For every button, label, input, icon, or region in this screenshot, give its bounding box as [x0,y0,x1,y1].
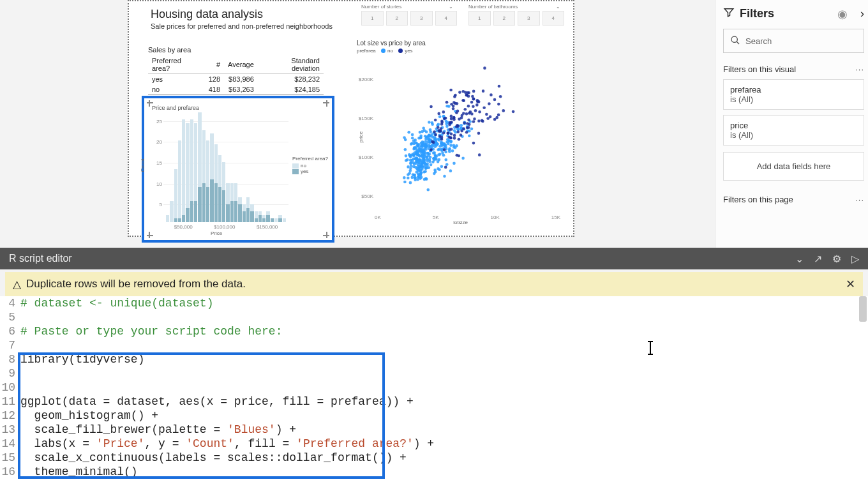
svg-point-353 [443,175,446,178]
filter-field: prefarea [730,85,857,94]
svg-point-376 [453,129,456,132]
slicer-option[interactable]: 2 [493,11,516,26]
svg-point-358 [405,159,408,162]
svg-point-297 [415,146,418,149]
svg-point-490 [458,117,461,121]
svg-point-440 [512,110,515,113]
histogram-visual[interactable]: Price and prefarea Count 25 20 15 10 5 $… [142,96,334,243]
svg-point-360 [420,142,423,145]
slicer-option[interactable]: 1 [468,11,491,26]
svg-point-443 [450,132,453,135]
svg-point-485 [447,135,451,139]
chevron-down-icon[interactable]: ⌄ [556,4,560,10]
svg-point-120 [449,169,453,172]
svg-point-431 [440,123,444,126]
svg-point-495 [472,90,475,93]
popout-icon[interactable]: ↗ [814,253,822,265]
svg-point-444 [447,132,450,135]
slicer-bathrooms[interactable]: Number of bathrooms⌄ 1 2 3 4 [468,4,564,26]
svg-point-410 [477,119,481,123]
svg-point-458 [442,110,445,114]
svg-point-411 [450,117,453,121]
svg-point-362 [429,156,432,159]
svg-point-216 [424,140,428,143]
chevron-down-icon[interactable]: ⌄ [449,4,453,10]
table-row: no 418 $63,263 $24,185 [148,84,324,95]
filter-card-prefarea[interactable]: prefarea is (All) [723,79,864,110]
slicer-option[interactable]: 4 [542,11,565,26]
svg-point-313 [412,162,415,165]
slicer-option[interactable]: 3 [518,11,540,26]
svg-point-340 [424,151,427,154]
slicer-stories[interactable]: Number of stories⌄ 1 2 3 4 [361,4,457,26]
svg-point-163 [470,127,474,130]
svg-point-506 [430,148,433,151]
scatter-visual[interactable]: Lot size vs price by area prefarea no ye… [357,40,564,228]
svg-point-465 [467,126,470,129]
editor-title: R script editor [9,253,72,264]
svg-point-479 [477,100,481,103]
svg-point-507 [455,125,458,128]
svg-point-367 [424,137,428,140]
svg-point-287 [414,176,417,179]
svg-point-237 [411,153,414,156]
svg-point-489 [437,126,440,129]
svg-point-452 [483,106,486,109]
scrollbar[interactable] [859,296,867,322]
svg-point-471 [430,105,433,109]
slicer-option[interactable]: 2 [386,11,408,26]
filters-pane: Filters ◉ › Search Filters on this visua… [715,0,868,248]
svg-point-503 [454,102,457,105]
svg-point-215 [407,173,410,176]
add-data-fields-dropzone[interactable]: Add data fields here [723,152,864,181]
code-lines[interactable]: # dataset <- unique(dataset) # Paste or … [20,296,858,482]
svg-point-389 [463,108,467,111]
svg-point-363 [423,162,426,165]
svg-point-494 [490,93,493,96]
more-options-icon[interactable]: ··· [855,64,864,74]
svg-point-227 [412,165,415,169]
scatter-title: Lot size vs price by area [357,40,564,47]
svg-point-44 [468,134,471,137]
svg-point-304 [460,124,463,127]
svg-point-345 [431,144,435,147]
svg-point-127 [428,160,431,163]
svg-point-379 [419,174,423,177]
legend-title: Preferred area? [292,156,328,162]
svg-point-499 [472,105,475,108]
svg-point-269 [427,140,430,144]
eye-icon[interactable]: ◉ [837,7,848,21]
more-options-icon[interactable]: ··· [855,195,864,204]
slicer-option[interactable]: 3 [410,11,433,26]
filter-search[interactable]: Search [723,29,864,53]
slicer-option[interactable]: 1 [361,11,384,26]
svg-point-483 [495,116,498,119]
close-icon[interactable]: ✕ [846,277,855,291]
run-script-icon[interactable]: ▷ [851,253,859,265]
svg-point-487 [472,98,475,101]
svg-point-398 [473,117,476,121]
gear-icon[interactable]: ⚙ [832,253,841,265]
svg-point-437 [433,130,436,133]
svg-point-370 [426,167,429,170]
filter-field: price [730,121,857,130]
svg-point-14 [468,130,471,133]
svg-point-264 [453,162,456,165]
svg-point-455 [467,94,470,98]
chevron-down-icon[interactable]: ⌄ [795,253,804,265]
search-placeholder: Search [745,36,772,46]
svg-point-435 [449,128,452,131]
report-canvas[interactable]: Housing data analysis Sale prices for pr… [128,0,574,237]
code-editor[interactable]: 45678910111213141516 # dataset <- unique… [0,296,868,482]
slicer-option[interactable]: 4 [435,11,458,26]
svg-point-148 [403,176,406,179]
search-icon [730,35,740,47]
chevron-right-icon[interactable]: › [860,7,864,20]
svg-point-186 [416,178,419,181]
filter-card-price[interactable]: price is (All) [723,115,864,146]
svg-point-309 [403,181,407,184]
svg-point-477 [466,91,469,94]
svg-point-464 [442,132,445,135]
svg-point-336 [433,169,437,172]
col-prefarea: Preferred area? [148,56,205,74]
